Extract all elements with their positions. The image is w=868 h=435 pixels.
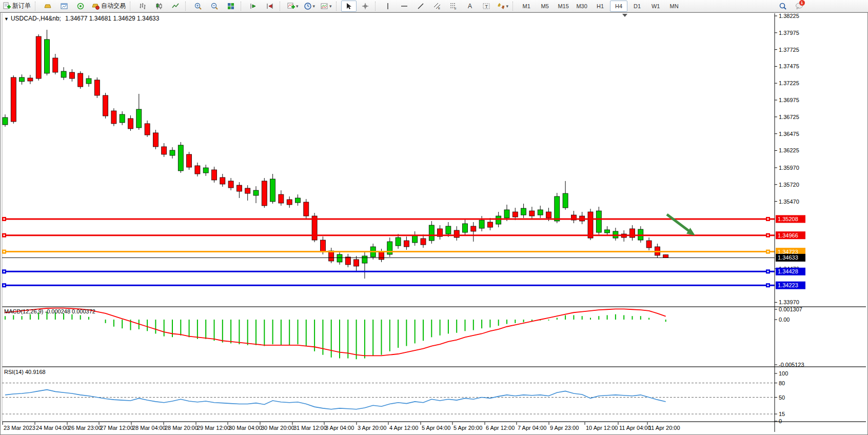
collapse-triangle-icon[interactable]: ▼ [4, 16, 9, 22]
candle-up [521, 208, 526, 215]
candle-up [61, 71, 66, 77]
timeframe-M5[interactable]: M5 [536, 1, 554, 12]
time-tick-label: 29 Mar 12:00 [197, 425, 230, 431]
time-tick-label: 11 Apr 04:00 [619, 425, 651, 431]
trendline-button[interactable] [413, 1, 428, 12]
candle-down [546, 212, 551, 218]
signal-button[interactable] [73, 1, 88, 12]
chart-window-icon [60, 2, 68, 10]
timeframe-M1[interactable]: M1 [518, 1, 535, 12]
candle-up [496, 216, 501, 224]
panel-separator[interactable] [2, 366, 866, 367]
line-handle-center [4, 251, 5, 252]
chart-window-button[interactable] [56, 1, 72, 12]
tile-windows-icon [227, 2, 235, 10]
candle-up [463, 224, 468, 232]
candle-down [320, 240, 325, 252]
timeframe-MN[interactable]: MN [665, 1, 683, 12]
separator [130, 2, 133, 11]
time-tick-label: 9 Apr 23:00 [550, 425, 579, 431]
separator [185, 2, 188, 11]
line-handle-center [4, 218, 5, 220]
timeframe-M30[interactable]: M30 [573, 1, 590, 12]
candle-up [19, 77, 25, 82]
panel-separator[interactable] [2, 306, 866, 307]
chart-shift-marker[interactable] [622, 14, 627, 17]
search-button[interactable] [775, 1, 791, 12]
price-level-label: 1.34966 [778, 232, 798, 239]
auto-scroll-button[interactable] [246, 1, 261, 12]
line-handle-center [4, 234, 5, 236]
periods-icon [304, 2, 312, 10]
timeframe-H1[interactable]: H1 [591, 1, 609, 12]
candlestick-chart-icon [155, 2, 163, 10]
zoom-out-button[interactable] [207, 1, 222, 12]
equidistant-channel-button[interactable]: E [429, 1, 445, 12]
candle-down [36, 36, 41, 78]
candlestick-chart-button[interactable] [151, 1, 167, 12]
periods-button[interactable]: ▾ [302, 1, 318, 12]
timeframe-D1[interactable]: D1 [628, 1, 646, 12]
timeframe-M15[interactable]: M15 [555, 1, 572, 12]
rsi-tick-label: 50 [779, 394, 785, 401]
chart-shift-icon [266, 2, 274, 10]
time-tick-label: 24 Mar 04:00 [36, 425, 69, 431]
macd-tick-label: 0.001307 [779, 306, 802, 312]
templates-icon [320, 2, 328, 10]
line-handle-center [767, 271, 769, 272]
candle-up [446, 226, 451, 234]
candle-down [111, 111, 116, 124]
candle-down [630, 229, 635, 238]
separator [375, 2, 378, 11]
candle-down [588, 212, 593, 238]
chevron-down-icon: ▾ [329, 4, 332, 9]
text-icon: A [466, 2, 474, 10]
rsi-tick-label: 15 [779, 411, 785, 417]
crosshair-button[interactable] [358, 1, 373, 12]
horizontal-line-button[interactable] [397, 1, 412, 12]
price-tick-label: 1.35470 [779, 199, 799, 205]
line-chart-button[interactable] [168, 1, 183, 12]
fibonacci-button[interactable]: F [446, 1, 461, 12]
tile-windows-button[interactable] [223, 1, 239, 12]
autotrading-button[interactable]: 自动交易 [89, 1, 128, 12]
price-chart[interactable]: 1.382251.379751.377251.374751.372251.369… [1, 13, 867, 434]
chart-title: ▼USDCAD-,H4&nb;1.34677 1.34681 1.34629 1… [4, 15, 159, 22]
text-label-button[interactable]: T [479, 1, 494, 12]
arrows-button[interactable]: ▾ [495, 1, 511, 12]
timeframe-H4[interactable]: H4 [610, 1, 627, 12]
timeframe-group: M1M5M15M30H1H4D1W1MN [517, 1, 683, 12]
zoom-in-button[interactable] [190, 1, 206, 12]
cursor-button[interactable] [341, 1, 357, 12]
macd-tick-label: -0.005123 [779, 362, 804, 368]
vertical-line-button[interactable] [380, 1, 396, 12]
bar-chart-button[interactable] [135, 1, 150, 12]
price-tick-label: 1.37225 [779, 80, 799, 86]
candle-down [663, 255, 668, 258]
toolbar-right-group: 1 [775, 1, 807, 12]
chart-shift-button[interactable] [262, 1, 278, 12]
time-tick-label: 3 Apr 20:00 [358, 425, 386, 431]
new-order-button[interactable]: 新订单 [1, 1, 33, 12]
candle-down [529, 211, 535, 216]
panel-separator [2, 421, 866, 422]
candle-down [162, 147, 167, 154]
trend-arrow[interactable] [667, 214, 689, 231]
autotrading-label: 自动交易 [101, 2, 126, 10]
arrows-icon [497, 2, 505, 10]
timeframe-W1[interactable]: W1 [647, 1, 664, 12]
vertical-line-icon [384, 2, 392, 10]
line-handle-center [4, 285, 5, 286]
separator [241, 2, 244, 11]
chat-button[interactable]: 1 [792, 1, 807, 12]
time-tick-label: 6 Apr 12:00 [486, 425, 515, 431]
candle-up [396, 238, 401, 246]
indicators-button[interactable]: ▾ [285, 1, 301, 12]
candle-up [45, 39, 50, 73]
candle-down [128, 118, 133, 129]
chart-window[interactable]: 1.382251.379751.377251.374751.372251.369… [0, 12, 868, 435]
text-button[interactable]: A [462, 1, 478, 12]
gold-button[interactable] [40, 1, 55, 12]
templates-button[interactable]: ▾ [318, 1, 334, 12]
rsi-indicator-label: RSI(14) 40.9168 [4, 369, 46, 375]
